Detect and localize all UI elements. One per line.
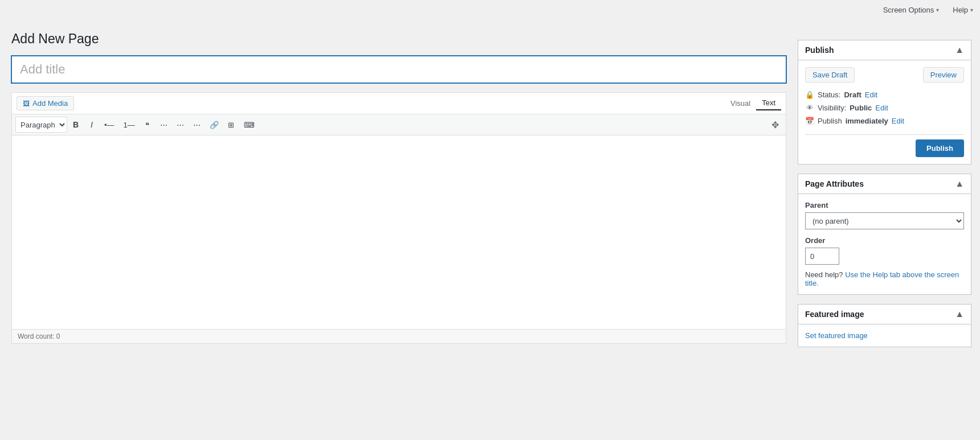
format-toolbar: Paragraph •— 1— ❝ xyxy=(12,114,786,135)
table-icon: ⊞ xyxy=(228,121,234,129)
unordered-list-button[interactable]: •— xyxy=(100,117,119,133)
publish-metabox-header[interactable]: Publish ▲ xyxy=(798,40,971,60)
sidebar: Publish ▲ Save Draft Preview 🔒 Status: xyxy=(798,20,980,440)
title-input[interactable] xyxy=(11,56,786,83)
order-label: Order xyxy=(805,236,964,245)
blockquote-button[interactable]: ❝ xyxy=(140,117,155,133)
help-label: Help xyxy=(953,6,968,14)
parent-select[interactable]: (no parent) xyxy=(805,212,964,229)
ordered-list-button[interactable]: 1— xyxy=(120,117,139,133)
paragraph-select[interactable]: Paragraph xyxy=(15,117,67,133)
align-left-icon: ⋯ xyxy=(160,121,168,129)
tab-text[interactable]: Text xyxy=(756,96,781,110)
page-attributes-content: Parent (no parent) Order Need help? Use … xyxy=(798,194,971,294)
publish-time-label: Publish xyxy=(818,117,842,125)
publish-toggle-icon: ▲ xyxy=(955,45,964,55)
blockquote-icon: ❝ xyxy=(145,121,149,129)
publish-time-row: 📅 Publish immediately Edit xyxy=(805,114,964,128)
featured-image-title: Featured image xyxy=(805,310,864,319)
publish-metabox-title: Publish xyxy=(805,46,834,55)
main-container: Add New Page Add Media Visual Text xyxy=(0,0,980,440)
keyboard-icon: ⌨ xyxy=(244,121,255,129)
eye-icon: 👁 xyxy=(805,104,814,112)
unordered-list-icon: •— xyxy=(104,121,115,129)
publish-time-edit-link[interactable]: Edit xyxy=(892,117,904,125)
set-featured-image-link[interactable]: Set featured image xyxy=(805,331,868,340)
parent-label: Parent xyxy=(805,201,964,209)
align-center-button[interactable]: ⋯ xyxy=(173,117,188,133)
featured-image-metabox: Featured image ▲ Set featured image xyxy=(798,304,971,347)
ordered-list-icon: 1— xyxy=(124,121,135,129)
screen-options-chevron: ▾ xyxy=(936,7,939,13)
word-count-bar: Word count: 0 xyxy=(12,329,786,343)
publish-actions: Save Draft Preview xyxy=(805,67,964,83)
status-value: Draft xyxy=(844,91,861,99)
page-attributes-header[interactable]: Page Attributes ▲ xyxy=(798,174,971,194)
media-icon xyxy=(23,99,30,108)
page-title: Add New Page xyxy=(11,31,786,47)
publish-footer: Publish xyxy=(805,134,964,157)
publish-time-value: immediately xyxy=(846,117,888,125)
help-text: Need help? Use the Help tab above the sc… xyxy=(805,270,964,287)
content-area: Add New Page Add Media Visual Text xyxy=(0,20,798,440)
page-attributes-title: Page Attributes xyxy=(805,179,864,188)
fullscreen-button[interactable]: ✥ xyxy=(768,118,782,132)
bold-button[interactable] xyxy=(68,117,83,133)
table-button[interactable]: ⊞ xyxy=(224,117,239,133)
status-label: Status: xyxy=(818,91,840,99)
visual-text-tabs: Visual Text xyxy=(725,96,781,110)
screen-options-button[interactable]: Screen Options ▾ xyxy=(876,0,946,20)
word-count-text: Word count: 0 xyxy=(18,332,60,340)
editor-toolbar-top: Add Media Visual Text xyxy=(12,93,786,114)
featured-image-content: Set featured image xyxy=(798,324,971,347)
featured-image-toggle-icon: ▲ xyxy=(955,309,964,319)
preview-button[interactable]: Preview xyxy=(923,67,964,83)
italic-icon xyxy=(91,120,93,129)
editor-wrapper: Add Media Visual Text Paragraph xyxy=(11,92,786,344)
visibility-value: Public xyxy=(850,104,872,112)
visibility-label: Visibility: xyxy=(818,104,846,112)
italic-button[interactable] xyxy=(84,117,99,133)
help-button[interactable]: Help ▾ xyxy=(946,0,980,20)
format-toolbar-left: Paragraph •— 1— ❝ xyxy=(15,117,259,133)
keyboard-button[interactable]: ⌨ xyxy=(240,117,259,133)
visibility-row: 👁 Visibility: Public Edit xyxy=(805,101,964,114)
visibility-edit-link[interactable]: Edit xyxy=(875,104,888,112)
publish-metabox-content: Save Draft Preview 🔒 Status: Draft Edit … xyxy=(798,60,971,164)
order-input[interactable] xyxy=(805,248,839,265)
page-attributes-toggle-icon: ▲ xyxy=(955,179,964,189)
page-attributes-metabox: Page Attributes ▲ Parent (no parent) Ord… xyxy=(798,174,971,295)
top-bar: Screen Options ▾ Help ▾ xyxy=(876,0,980,20)
align-left-button[interactable]: ⋯ xyxy=(156,117,172,133)
fullscreen-icon: ✥ xyxy=(771,120,779,130)
link-button[interactable]: 🔗 xyxy=(206,117,223,133)
lock-icon: 🔒 xyxy=(805,91,814,99)
publish-meta: 🔒 Status: Draft Edit 👁 Visibility: Publi… xyxy=(805,88,964,128)
bold-icon xyxy=(73,120,79,129)
calendar-icon: 📅 xyxy=(805,117,814,125)
align-right-icon: ⋯ xyxy=(193,121,201,129)
featured-image-header[interactable]: Featured image ▲ xyxy=(798,305,971,324)
editor-content[interactable] xyxy=(12,135,786,329)
status-edit-link[interactable]: Edit xyxy=(865,91,877,99)
align-right-button[interactable]: ⋯ xyxy=(189,117,205,133)
tab-visual[interactable]: Visual xyxy=(725,96,756,110)
link-icon: 🔗 xyxy=(210,121,219,129)
status-row: 🔒 Status: Draft Edit xyxy=(805,88,964,101)
publish-button[interactable]: Publish xyxy=(916,139,964,157)
add-media-button[interactable]: Add Media xyxy=(17,96,74,110)
help-chevron: ▾ xyxy=(970,7,973,13)
publish-metabox: Publish ▲ Save Draft Preview 🔒 Status: xyxy=(798,40,971,165)
add-media-label: Add Media xyxy=(32,99,68,108)
save-draft-button[interactable]: Save Draft xyxy=(805,67,855,83)
align-center-icon: ⋯ xyxy=(177,121,184,129)
screen-options-label: Screen Options xyxy=(883,6,934,14)
